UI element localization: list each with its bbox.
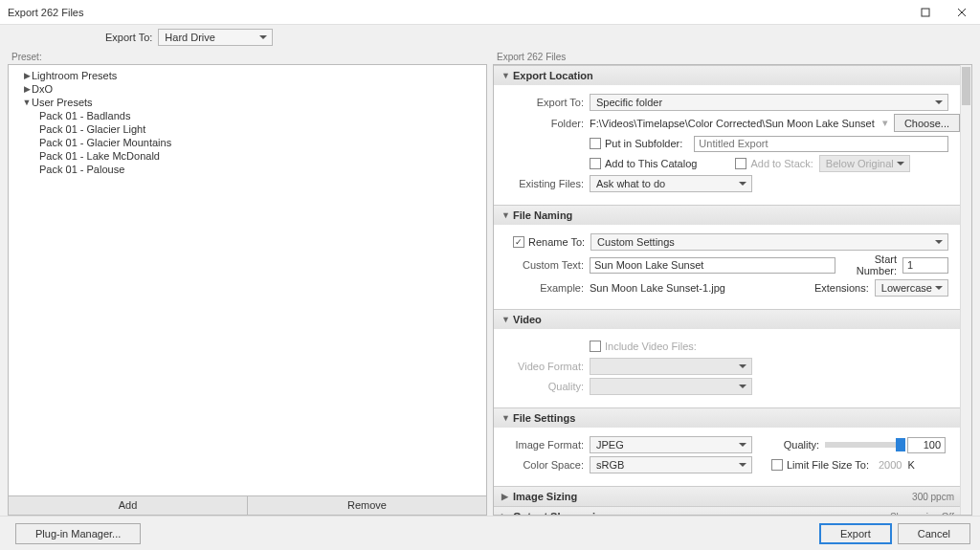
color-space-combo[interactable]: sRGB bbox=[590, 456, 752, 473]
quality-label: Quality: bbox=[771, 439, 819, 451]
video-quality-combo bbox=[590, 378, 752, 395]
start-number-label: Start Number: bbox=[841, 253, 897, 276]
quality-input[interactable] bbox=[907, 437, 946, 453]
section-export-location[interactable]: ▼Export Location bbox=[494, 66, 971, 85]
rename-checkbox[interactable] bbox=[513, 236, 524, 248]
put-subfolder-checkbox[interactable] bbox=[590, 138, 601, 149]
chevron-down-icon: ▼ bbox=[501, 413, 513, 423]
preset-group[interactable]: ▼User Presets bbox=[9, 96, 486, 109]
subfolder-input[interactable] bbox=[694, 136, 948, 152]
settings-scroll[interactable]: ▼Export Location Export To: Specific fol… bbox=[493, 64, 972, 516]
preset-item[interactable]: Pack 01 - Glacier Mountains bbox=[9, 136, 486, 149]
titlebar: Export 262 Files bbox=[0, 0, 980, 25]
chevron-down-icon: ▼ bbox=[22, 98, 32, 107]
export-button[interactable]: Export bbox=[819, 523, 892, 544]
bottom-bar: Plug-in Manager... Export Cancel bbox=[0, 516, 980, 550]
remove-button[interactable]: Remove bbox=[247, 496, 486, 515]
stack-position-combo: Below Original bbox=[819, 155, 910, 172]
custom-text-input[interactable] bbox=[590, 257, 835, 274]
export-to-bar: Export To: Hard Drive bbox=[0, 25, 980, 50]
limit-size-label: Limit File Size To: bbox=[787, 459, 869, 471]
scrollbar-thumb[interactable] bbox=[962, 67, 970, 105]
limit-size-unit: K bbox=[907, 459, 914, 471]
start-number-input[interactable] bbox=[902, 257, 948, 274]
plugin-manager-button[interactable]: Plug-in Manager... bbox=[15, 523, 141, 544]
rename-combo[interactable]: Custom Settings bbox=[590, 233, 948, 251]
custom-text-label: Custom Text: bbox=[505, 259, 584, 271]
preset-group[interactable]: ▶Lightroom Presets bbox=[9, 69, 486, 82]
folder-path: F:\Videos\Timelapse\Color Corrected\Sun … bbox=[590, 118, 877, 129]
preset-list[interactable]: ▶Lightroom Presets ▶DxO ▼User Presets Pa… bbox=[8, 64, 487, 496]
include-video-checkbox bbox=[590, 341, 601, 352]
preset-group[interactable]: ▶DxO bbox=[9, 82, 486, 96]
chevron-right-icon: ▶ bbox=[501, 512, 513, 516]
example-label: Example: bbox=[505, 282, 584, 294]
export-to-folder-combo[interactable]: Specific folder bbox=[590, 94, 948, 111]
add-catalog-checkbox[interactable] bbox=[590, 158, 601, 169]
video-quality-label: Quality: bbox=[505, 381, 584, 392]
existing-files-combo[interactable]: Ask what to do bbox=[590, 175, 752, 192]
add-stack-checkbox bbox=[735, 158, 746, 169]
image-format-label: Image Format: bbox=[505, 439, 584, 451]
export-to-label: Export To: bbox=[105, 32, 152, 43]
section-image-sizing[interactable]: ▶Image Sizing300 ppcm bbox=[494, 487, 971, 506]
video-format-combo bbox=[590, 358, 752, 375]
add-button[interactable]: Add bbox=[9, 496, 247, 515]
folder-label: Folder: bbox=[505, 118, 584, 129]
vertical-scrollbar[interactable] bbox=[960, 65, 971, 515]
slider-thumb-icon[interactable] bbox=[896, 438, 905, 451]
extensions-combo[interactable]: Lowercase bbox=[875, 279, 948, 297]
put-subfolder-label: Put in Subfolder: bbox=[605, 138, 682, 149]
chevron-right-icon: ▶ bbox=[22, 71, 32, 80]
add-catalog-label: Add to This Catalog bbox=[605, 158, 697, 169]
section-file-settings[interactable]: ▼File Settings bbox=[494, 408, 971, 428]
choose-button[interactable]: Choose... bbox=[894, 114, 960, 132]
chevron-down-icon: ▼ bbox=[501, 315, 513, 324]
add-stack-label: Add to Stack: bbox=[750, 158, 813, 169]
preset-item[interactable]: Pack 01 - Badlands bbox=[9, 109, 486, 122]
export-to-label: Export To: bbox=[505, 97, 584, 108]
chevron-right-icon: ▶ bbox=[22, 84, 32, 94]
extensions-label: Extensions: bbox=[814, 282, 869, 294]
chevron-down-icon: ▼ bbox=[501, 71, 513, 80]
existing-files-label: Existing Files: bbox=[505, 178, 584, 189]
quality-slider[interactable] bbox=[825, 442, 902, 448]
preset-item[interactable]: Pack 01 - Lake McDonald bbox=[9, 149, 486, 163]
rename-label: Rename To: bbox=[528, 236, 585, 248]
section-file-naming[interactable]: ▼File Naming bbox=[494, 206, 971, 225]
section-output-sharpening[interactable]: ▶Output SharpeningSharpening Off bbox=[494, 507, 971, 516]
limit-size-value: 2000 bbox=[879, 459, 902, 471]
window-title: Export 262 Files bbox=[8, 7, 907, 18]
example-value: Sun Moon Lake Sunset-1.jpg bbox=[590, 282, 814, 294]
limit-size-checkbox[interactable] bbox=[771, 459, 783, 471]
color-space-label: Color Space: bbox=[505, 459, 584, 471]
chevron-down-icon: ▼ bbox=[501, 210, 513, 220]
video-format-label: Video Format: bbox=[505, 361, 584, 372]
section-video[interactable]: ▼Video bbox=[494, 310, 971, 329]
close-icon[interactable] bbox=[944, 0, 980, 25]
preset-header: Preset: bbox=[8, 50, 487, 64]
preset-add-remove: Add Remove bbox=[8, 496, 487, 516]
export-to-combo[interactable]: Hard Drive bbox=[158, 29, 273, 46]
cancel-button[interactable]: Cancel bbox=[898, 523, 970, 544]
preset-item[interactable]: Pack 01 - Palouse bbox=[9, 163, 486, 176]
right-header: Export 262 Files bbox=[493, 50, 972, 64]
chevron-right-icon: ▶ bbox=[501, 492, 513, 501]
image-format-combo[interactable]: JPEG bbox=[590, 436, 752, 453]
svg-rect-0 bbox=[922, 9, 929, 16]
maximize-icon[interactable] bbox=[907, 0, 944, 25]
include-video-label: Include Video Files: bbox=[605, 341, 697, 352]
preset-item[interactable]: Pack 01 - Glacier Light bbox=[9, 122, 486, 136]
